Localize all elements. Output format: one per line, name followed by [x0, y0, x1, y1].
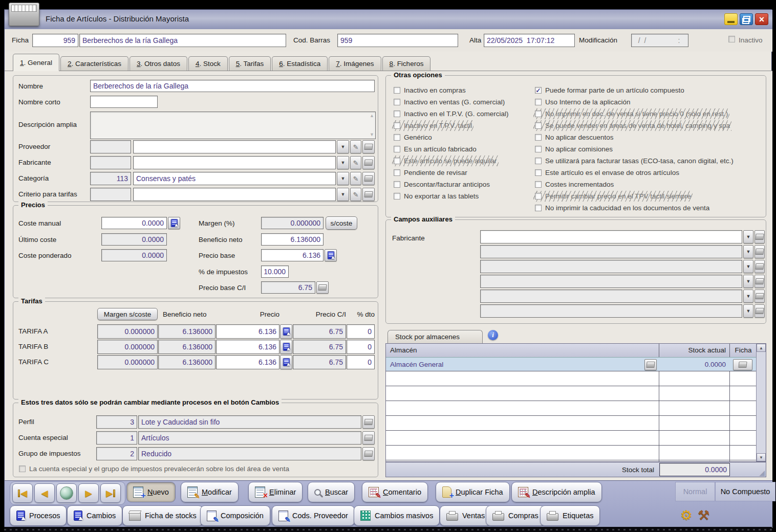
fabricante-name-field[interactable]: [133, 156, 336, 169]
option-pendiente-revisar[interactable]: Pendiente de revisar: [392, 167, 469, 178]
tab-stock[interactable]: 4. Stock: [188, 56, 228, 71]
checkbox[interactable]: [535, 193, 542, 199]
proveedor-edit-button[interactable]: ✎: [350, 140, 361, 153]
checkbox[interactable]: [394, 158, 400, 164]
ventas-button[interactable]: Ventas: [440, 505, 491, 526]
checkbox[interactable]: [535, 134, 542, 141]
option-envase[interactable]: Este artículo es el envase de otros artí…: [533, 167, 681, 178]
option-facturar-tasas[interactable]: Se utilizará para facturar tasas (ECO-ta…: [533, 156, 735, 166]
checkbox[interactable]: [394, 99, 400, 105]
tarifa-b-precio[interactable]: 6.136: [216, 340, 279, 354]
tarifas-header-margen[interactable]: Margen s/coste: [97, 308, 158, 320]
categoria-code-field[interactable]: 113: [90, 172, 131, 185]
checkbox[interactable]: [19, 465, 26, 472]
precio-base-calc-button[interactable]: [325, 249, 337, 261]
aux-open-2[interactable]: [755, 245, 765, 258]
aux-dropdown-1[interactable]: ▼: [743, 230, 753, 243]
option-inactivo-compras[interactable]: Inactivo en compras: [392, 85, 467, 96]
option-inactivo-tpv-tactil[interactable]: Inactivo en T.P.V. táctil: [392, 120, 473, 131]
first-record-button[interactable]: ◀: [12, 483, 33, 503]
scrollbar-down-button[interactable]: ▼: [757, 453, 766, 461]
cambios-masivos-button[interactable]: Cambios masivos: [354, 505, 440, 526]
criterio-name-field[interactable]: [133, 188, 336, 201]
aux-open-1[interactable]: [755, 230, 765, 243]
option-no-exportar-tablets[interactable]: No exportar a las tablets: [392, 191, 480, 202]
criterio-code-field[interactable]: [90, 188, 131, 201]
cod-barras-field[interactable]: 959: [337, 34, 458, 47]
option-alquilar[interactable]: Este artículo se puede alquilar: [392, 156, 499, 166]
scoste-button[interactable]: s/coste: [326, 216, 357, 230]
checkbox[interactable]: [535, 181, 542, 188]
tarifa-c-calc-button[interactable]: [280, 355, 292, 369]
refresh-globe-button[interactable]: [56, 483, 77, 503]
option-articulo-compuesto[interactable]: ✓Puede formar parte de un artículo compu…: [533, 85, 686, 96]
descripcion-amplia-button[interactable]: ✎ Descripción amplia: [511, 482, 602, 502]
tab-imagenes[interactable]: 7. Imágenes: [329, 56, 381, 71]
criterio-edit-button[interactable]: ✎: [350, 188, 361, 201]
precio-base-ci-open-button[interactable]: [316, 281, 329, 294]
stock-scrollbar[interactable]: ▲ ▼: [756, 344, 766, 461]
proveedor-name-field[interactable]: [133, 140, 336, 153]
prevalencia-option[interactable]: La cuenta especial y el grupo de impuest…: [17, 463, 291, 474]
aux-field-2[interactable]: [480, 245, 742, 258]
tools-icon[interactable]: ⚒: [698, 508, 709, 522]
last-record-button[interactable]: ▶: [100, 483, 121, 503]
checkbox[interactable]: [535, 169, 542, 176]
option-no-descuentos[interactable]: No aplicar descuentos: [533, 132, 615, 143]
checkbox[interactable]: [394, 87, 400, 94]
option-vender-hotel[interactable]: Se puede vender en áreas de venta de hot…: [533, 120, 731, 131]
perfil-open-button[interactable]: [362, 415, 375, 429]
tarifa-b-dto[interactable]: 0: [347, 340, 375, 354]
tab-ficheros[interactable]: 8. Ficheros: [382, 56, 431, 71]
cuenta-open-button[interactable]: [362, 431, 375, 445]
option-no-comisiones[interactable]: No aplicar comisiones: [533, 144, 614, 154]
nombre-field[interactable]: Berberechos de la ría Gallega: [90, 80, 375, 92]
eliminar-button[interactable]: × Eliminar: [248, 482, 303, 502]
option-articulo-fabricado[interactable]: Es un artículo fabricado: [392, 144, 478, 154]
aux-field-6[interactable]: [480, 304, 742, 318]
ficha-number-field[interactable]: 959: [32, 34, 78, 47]
tab-estadistica[interactable]: 6. Estadística: [272, 56, 328, 71]
stock-almacenes-tab[interactable]: Stock por almacenes: [387, 330, 483, 343]
scroll-down-icon[interactable]: ▼: [370, 132, 374, 137]
tab-general[interactable]: 1. General: [13, 54, 59, 71]
tarifa-c-dto[interactable]: 0: [347, 355, 375, 369]
aux-dropdown-2[interactable]: ▼: [743, 245, 753, 258]
option-cambiar-precio-tpv[interactable]: Permitir cambiar precio en el TPV táctil…: [533, 191, 693, 202]
cambios-button[interactable]: Cambios: [67, 505, 122, 526]
ficha-stocks-button[interactable]: Ficha de stocks: [122, 505, 203, 526]
tab-otros-datos[interactable]: 3. Otros datos: [130, 56, 187, 71]
grupo-open-button[interactable]: [362, 447, 375, 460]
checkbox[interactable]: [535, 158, 542, 164]
proveedor-open-button[interactable]: [362, 140, 375, 153]
categoria-open-button[interactable]: [362, 172, 375, 185]
etiquetas-button[interactable]: Etiquetas: [540, 505, 600, 526]
ficha-name-field[interactable]: Berberechos de la ría Gallega: [79, 34, 286, 47]
next-record-button[interactable]: ▶: [78, 483, 99, 503]
criterio-dropdown-button[interactable]: ▼: [337, 188, 349, 201]
compras-button[interactable]: Compras: [486, 505, 545, 526]
gear-icon[interactable]: ⚙: [680, 508, 692, 522]
coste-manual-field[interactable]: 0.0000: [101, 217, 167, 229]
categoria-name-field[interactable]: Conservas y patés: [133, 172, 336, 185]
tarifa-a-dto[interactable]: 0: [347, 324, 375, 339]
categoria-dropdown-button[interactable]: ▼: [337, 172, 349, 185]
minimize-button[interactable]: [724, 13, 738, 25]
resize-grip-icon[interactable]: ◢: [759, 469, 765, 476]
almacen-open-button[interactable]: [644, 359, 657, 370]
checkbox[interactable]: ✓: [535, 87, 542, 94]
fabricante-dropdown-button[interactable]: ▼: [337, 156, 349, 169]
tarifa-b-calc-button[interactable]: [280, 340, 292, 354]
option-no-imprimir-caducidad[interactable]: No imprimir la caducidad en los document…: [533, 203, 711, 213]
aux-open-6[interactable]: [755, 304, 765, 318]
beneficio-field[interactable]: 6.136000: [261, 233, 324, 246]
checkbox[interactable]: [535, 205, 542, 211]
checkbox[interactable]: [535, 146, 542, 152]
stock-row-almacen-general[interactable]: Almacén General 0.0000: [386, 357, 757, 371]
scrollbar-up-button[interactable]: ▲: [757, 344, 766, 352]
checkbox[interactable]: [394, 110, 400, 117]
fabricante-open-button[interactable]: [362, 156, 375, 169]
option-descontar-anticipos[interactable]: Descontar/facturar anticipos: [392, 179, 491, 190]
option-uso-interno[interactable]: Uso Interno de la aplicación: [533, 97, 632, 107]
proveedor-code-field[interactable]: [90, 140, 131, 153]
